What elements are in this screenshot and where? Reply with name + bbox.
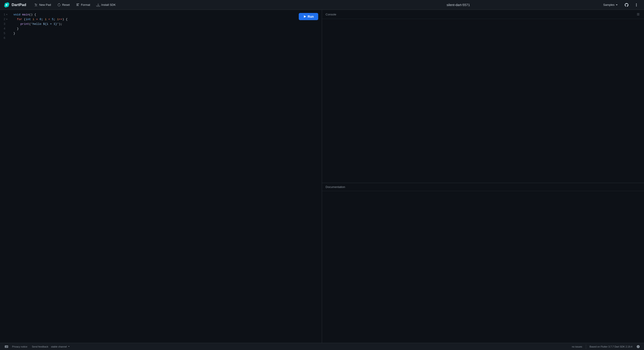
docs-panel: Documentation [322, 183, 644, 343]
keyboard-icon [4, 345, 8, 349]
install-sdk-label: Install SDK [101, 3, 116, 6]
samples-button[interactable]: Samples [600, 2, 621, 8]
line-content-4: } [14, 26, 18, 31]
footer-divider [586, 345, 586, 349]
info-button[interactable] [636, 345, 640, 349]
samples-label: Samples [603, 3, 614, 6]
footer-right: no issues Based on Flutter 3.7.7 Dart SD… [572, 345, 640, 349]
channel-chevron-icon [68, 346, 70, 348]
github-button[interactable] [622, 1, 630, 9]
line-number-5: 5 [4, 31, 10, 36]
code-line-6: 6 [0, 36, 322, 41]
header: DartPad New Pad Reset Format [0, 0, 644, 10]
privacy-button[interactable]: Privacy notice [10, 345, 29, 349]
code-line-5: 5 } [0, 31, 322, 36]
footer-left: Privacy notice Send feedback stable chan… [4, 344, 70, 350]
play-icon [303, 15, 306, 18]
docs-header: Documentation [322, 183, 644, 191]
sdk-info-text: Based on Flutter 3.7.7 Dart SDK 2.19.4 [590, 345, 632, 348]
keyboard-button[interactable] [4, 344, 10, 350]
console-content [322, 19, 644, 183]
code-line-1: 1 ▼ void main() { [0, 12, 322, 17]
app-title: DartPad [12, 3, 26, 7]
main-area: Run 1 ▼ void main() { 2 ▼ for (int i = 0… [0, 10, 644, 343]
logo-area: DartPad [4, 2, 26, 8]
reset-label: Reset [62, 3, 70, 6]
new-pad-label: New Pad [39, 3, 51, 6]
chevron-down-icon [616, 3, 618, 6]
install-sdk-icon [96, 3, 100, 7]
run-label: Run [308, 15, 314, 18]
line-number-4: 4 [4, 26, 10, 31]
more-vert-icon [634, 3, 639, 7]
right-panel: Console Documentation [322, 10, 644, 343]
code-editor[interactable]: 1 ▼ void main() { 2 ▼ for (int i = 0; i … [0, 10, 322, 343]
install-sdk-button[interactable]: Install SDK [94, 2, 118, 8]
format-button[interactable]: Format [73, 2, 93, 8]
line-number-3: 3 [4, 22, 10, 26]
line-number-1: 1 ▼ [4, 12, 10, 17]
code-line-3: 3 print('hello ${i + 1}'); [0, 22, 322, 26]
channel-dropdown[interactable]: stable channel [51, 345, 70, 348]
line-number-2: 2 ▼ [4, 17, 10, 22]
github-icon [624, 3, 629, 7]
line-content-1: void main() { [14, 12, 36, 17]
format-icon [76, 3, 80, 7]
dartpad-logo-icon [4, 2, 10, 8]
code-line-4: 4 } [0, 26, 322, 31]
more-options-button[interactable] [632, 1, 640, 9]
run-btn-container: Run [299, 13, 318, 20]
console-header: Console [322, 10, 644, 19]
header-actions: New Pad Reset Format Install SDK [32, 2, 316, 8]
code-line-2: 2 ▼ for (int i = 0; i < 5; i++) { [0, 17, 322, 22]
docs-content [322, 191, 644, 343]
list-icon [636, 12, 640, 16]
fold-icon-1: ▼ [6, 13, 8, 16]
line-content-2: for (int i = 0; i < 5; i++) { [14, 17, 68, 22]
line-content-3: print('hello ${i + 1}'); [14, 22, 62, 26]
header-right: Samples [600, 1, 640, 9]
line-number-6: 6 [4, 36, 10, 41]
new-pad-icon [34, 3, 38, 7]
status-text: no issues [572, 345, 582, 348]
console-panel: Console [322, 10, 644, 183]
format-label: Format [81, 3, 90, 6]
info-icon [636, 345, 640, 349]
run-button[interactable]: Run [299, 13, 318, 20]
new-pad-button[interactable]: New Pad [32, 2, 54, 8]
console-clear-button[interactable] [636, 12, 640, 16]
pad-title: silent-dart-5571 [446, 3, 470, 7]
reset-icon [57, 3, 61, 7]
docs-title: Documentation [326, 185, 345, 189]
reset-button[interactable]: Reset [54, 2, 72, 8]
editor-panel: Run 1 ▼ void main() { 2 ▼ for (int i = 0… [0, 10, 322, 343]
footer: Privacy notice Send feedback stable chan… [0, 343, 644, 350]
console-title: Console [326, 13, 336, 16]
header-center: silent-dart-5571 [316, 3, 600, 7]
line-content-5: } [14, 31, 15, 36]
channel-label: stable channel [51, 345, 67, 348]
feedback-button[interactable]: Send feedback [30, 345, 50, 349]
fold-icon-2: ▼ [6, 18, 8, 21]
